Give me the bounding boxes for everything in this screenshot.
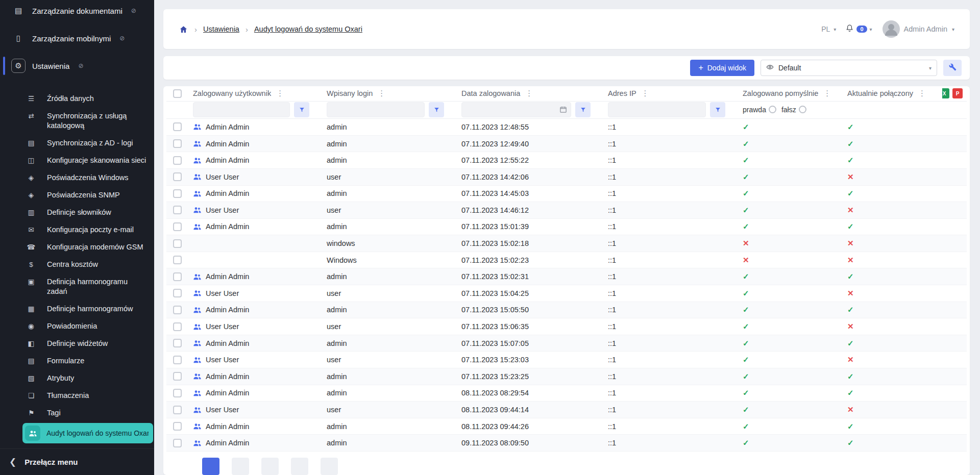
settings-wrench-button[interactable] — [943, 60, 962, 76]
select-all-checkbox[interactable] — [173, 89, 182, 98]
column-menu-icon[interactable]: ⋮ — [275, 89, 285, 98]
row-checkbox[interactable] — [173, 156, 182, 165]
table-row[interactable]: Admin Adminadmin07.11.2023 14:45:03::1✓✓ — [166, 186, 967, 203]
sidebar-subitem-centra-koszt-w[interactable]: $Centra kosztów — [0, 256, 154, 273]
row-checkbox[interactable] — [173, 239, 182, 248]
row-checkbox[interactable] — [173, 406, 182, 414]
filter-input-date[interactable] — [461, 102, 571, 117]
sidebar-subitem-po-wiadczenia-snmp[interactable]: ◈Poświadczenia SNMP — [0, 186, 154, 204]
table-row[interactable]: User Useruser07.11.2023 15:23:03::1✓✕ — [166, 352, 967, 368]
row-checkbox[interactable] — [173, 339, 182, 347]
sidebar-subitem-formularze[interactable]: ▤Formularze — [0, 352, 154, 369]
row-checkbox[interactable] — [173, 189, 182, 198]
filter-button-ip[interactable] — [710, 102, 725, 117]
column-menu-icon[interactable]: ⋮ — [524, 89, 534, 98]
sidebar-subitem-powiadomienia[interactable]: ◉Powiadomienia — [0, 317, 154, 335]
sidebar-subitem-us-ugi-systemowe[interactable]: ⚙Usługi systemowe — [0, 445, 154, 448]
sidebar-subitem-r-d-a-danych[interactable]: ☰Źródła danych — [0, 90, 154, 107]
pagination-page[interactable] — [232, 458, 249, 475]
avatar[interactable] — [883, 20, 900, 38]
table-row[interactable]: Windows07.11.2023 15:02:23::1✕✕ — [166, 252, 967, 269]
table-row[interactable]: windows07.11.2023 15:02:18::1✕✕ — [166, 235, 967, 252]
filter-radio-false[interactable]: fałsz — [781, 106, 806, 114]
row-checkbox[interactable] — [173, 222, 182, 231]
row-checkbox[interactable] — [173, 122, 182, 131]
sidebar-subitem-t-umaczenia[interactable]: ❏Tłumaczenia — [0, 387, 154, 404]
table-row[interactable]: Admin Adminadmin07.11.2023 15:01:39::1✓✓ — [166, 219, 967, 236]
row-checkbox[interactable] — [173, 306, 182, 314]
language-selector[interactable]: PL ▾ — [821, 25, 836, 33]
sidebar-subitem-definicje-wid-et-w[interactable]: ◧Definicje widżetów — [0, 335, 154, 352]
export-excel-icon[interactable]: X — [942, 88, 949, 98]
column-menu-icon[interactable]: ⋮ — [917, 89, 927, 98]
table-row[interactable]: Admin Adminadmin07.11.2023 12:55:22::1✓✓ — [166, 152, 967, 169]
pagination-page[interactable] — [261, 458, 279, 475]
sidebar-subitem-konfiguracja-poczty-e-mail[interactable]: ✉Konfiguracja poczty e-mail — [0, 221, 154, 238]
sidebar-item-ustawienia[interactable]: ⚙Ustawienia⊘ — [0, 52, 154, 80]
notifications-button[interactable]: 0 ▾ — [845, 24, 872, 35]
row-checkbox[interactable] — [173, 322, 182, 331]
view-selector[interactable]: Default ▾ — [761, 60, 937, 76]
user-menu[interactable]: Admin Admin ▾ — [904, 25, 954, 33]
row-checkbox[interactable] — [173, 289, 182, 297]
row-checkbox[interactable] — [173, 139, 182, 148]
radio-icon[interactable] — [769, 106, 776, 113]
table-row[interactable]: User Useruser08.11.2023 09:44:14::1✓✕ — [166, 402, 967, 418]
sidebar-subitem-po-wiadczenia-windows[interactable]: ◈Poświadczenia Windows — [0, 169, 154, 186]
radio-icon[interactable] — [799, 106, 806, 113]
column-menu-icon[interactable]: ⋮ — [641, 89, 650, 98]
table-row[interactable]: Admin Adminadmin07.11.2023 15:07:05::1✓✓ — [166, 335, 967, 352]
filter-input-ip[interactable] — [608, 102, 706, 117]
sidebar-subitem-synchronizacja-z-us-ug-katalogow[interactable]: ⇄Synchronizacja z usługą katalogową — [0, 107, 154, 134]
pagination-page[interactable] — [321, 458, 338, 475]
table-row[interactable]: Admin Adminadmin08.11.2023 08:29:54::1✓✓ — [166, 385, 967, 402]
breadcrumb-link-audit[interactable]: Audyt logowań do systemu Oxari — [254, 25, 362, 33]
pagination-page-active[interactable] — [202, 458, 219, 475]
table-row[interactable]: Admin Adminadmin07.11.2023 15:23:25::1✓✓ — [166, 368, 967, 385]
sidebar-item-zarz-dzanie-mobilnymi[interactable]: ▯Zarządzanie mobilnymi⊘ — [0, 24, 154, 52]
sidebar-subitem-audyt-logowa-do-systemu-oxari[interactable]: Audyt logowań do systemu Oxari — [22, 423, 153, 443]
sidebar-subitem-konfiguracje-skanowania-sieci[interactable]: ◫Konfiguracje skanowania sieci — [0, 152, 154, 169]
table-row[interactable]: Admin Adminadmin09.11.2023 08:09:50::1✓✓ — [166, 435, 967, 452]
row-checkbox[interactable] — [173, 439, 182, 447]
filter-button-user[interactable] — [294, 102, 309, 117]
table-row[interactable]: User Useruser07.11.2023 14:42:06::1✓✕ — [166, 169, 967, 186]
column-menu-icon[interactable]: ⋮ — [822, 89, 832, 98]
table-row[interactable]: Admin Adminadmin08.11.2023 09:44:26::1✓✓ — [166, 418, 967, 435]
sidebar-item-zarz-dzanie-dokumentami[interactable]: ▤Zarządzanie dokumentami⊘ — [0, 0, 154, 24]
export-pdf-icon[interactable]: P — [952, 88, 963, 98]
calendar-icon[interactable] — [559, 106, 567, 113]
row-checkbox[interactable] — [173, 356, 182, 364]
table-row[interactable]: Admin Adminadmin07.11.2023 12:48:55::1✓✓ — [166, 119, 967, 136]
pagination-page[interactable] — [291, 458, 308, 475]
row-checkbox[interactable] — [173, 389, 182, 397]
sidebar-subitem-synchronizacja-z-ad-logi[interactable]: ▤Synchronizacja z AD - logi — [0, 134, 154, 152]
table-row[interactable]: Admin Adminadmin07.11.2023 15:02:31::1✓✓ — [166, 268, 967, 285]
row-checkbox[interactable] — [173, 272, 182, 281]
filter-input-user[interactable] — [193, 102, 290, 117]
filter-button-login[interactable] — [429, 102, 444, 117]
filter-radio-true[interactable]: prawda — [743, 106, 776, 114]
column-menu-icon[interactable]: ⋮ — [377, 89, 386, 98]
sidebar-subitem-definicje-harmonogram-w[interactable]: ▦Definicje harmonogramów — [0, 300, 154, 317]
menu-toggle[interactable]: ❮ Przełącz menu — [0, 448, 154, 475]
add-view-button[interactable]: + Dodaj widok — [690, 60, 754, 76]
sidebar-subitem-atrybuty[interactable]: ▧Atrybuty — [0, 369, 154, 387]
sidebar-subitem-konfiguracja-modem-w-gsm[interactable]: ☎Konfiguracja modemów GSM — [0, 238, 154, 256]
sidebar-subitem-definicja-harmonogramu-zada[interactable]: ▣Definicja harmonogramu zadań — [0, 273, 154, 300]
filter-input-login[interactable] — [327, 102, 425, 117]
row-checkbox[interactable] — [173, 172, 182, 181]
row-checkbox[interactable] — [173, 372, 182, 381]
table-row[interactable]: User Useruser07.11.2023 15:04:25::1✓✕ — [166, 285, 967, 302]
table-row[interactable]: Admin Adminadmin07.11.2023 12:49:40::1✓✓ — [166, 136, 967, 153]
row-checkbox[interactable] — [173, 206, 182, 214]
row-checkbox[interactable] — [173, 422, 182, 431]
sidebar-subitem-definicje-s-ownik-w[interactable]: ▥Definicje słowników — [0, 204, 154, 221]
home-icon[interactable] — [179, 25, 188, 34]
sidebar-subitem-tagi[interactable]: ⚑Tagi — [0, 404, 154, 421]
table-row[interactable]: User Useruser07.11.2023 14:46:12::1✓✕ — [166, 202, 967, 219]
table-row[interactable]: Admin Adminadmin07.11.2023 15:05:50::1✓✓ — [166, 302, 967, 319]
table-row[interactable]: User Useruser07.11.2023 15:06:35::1✓✕ — [166, 318, 967, 335]
filter-button-date[interactable] — [575, 102, 591, 117]
breadcrumb-link-settings[interactable]: Ustawienia — [203, 25, 239, 33]
